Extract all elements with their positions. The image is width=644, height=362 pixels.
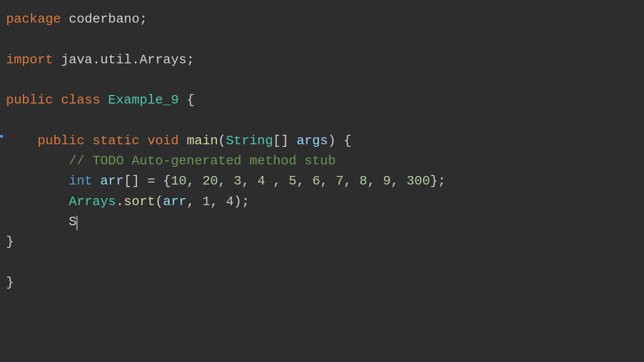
code-line-14: } — [4, 273, 644, 293]
line-indicator — [0, 135, 3, 138]
code-line-1: package coderbano; — [4, 9, 644, 29]
code-line-11: S — [4, 212, 644, 232]
code-editor[interactable]: package coderbano; import java.util.Arra… — [0, 0, 644, 362]
code-line-13 — [4, 252, 644, 273]
code-line-3: import java.util.Arrays; — [4, 50, 644, 70]
code-line-2 — [4, 29, 644, 49]
code-line-4 — [4, 70, 644, 90]
code-line-9: int arr[] = {10, 20, 3, 4 , 5, 6, 7, 8, … — [4, 171, 644, 191]
code-line-12: } — [4, 232, 644, 252]
code-line-7: public static void main(String[] args) { — [4, 131, 644, 151]
code-line-6 — [4, 110, 644, 130]
text-cursor — [76, 216, 77, 230]
code-line-10: Arrays.sort(arr, 1, 4); — [4, 192, 644, 212]
code-line-8: // TODO Auto-generated method stub — [4, 151, 644, 171]
code-line-5: public class Example_9 { — [4, 90, 644, 110]
